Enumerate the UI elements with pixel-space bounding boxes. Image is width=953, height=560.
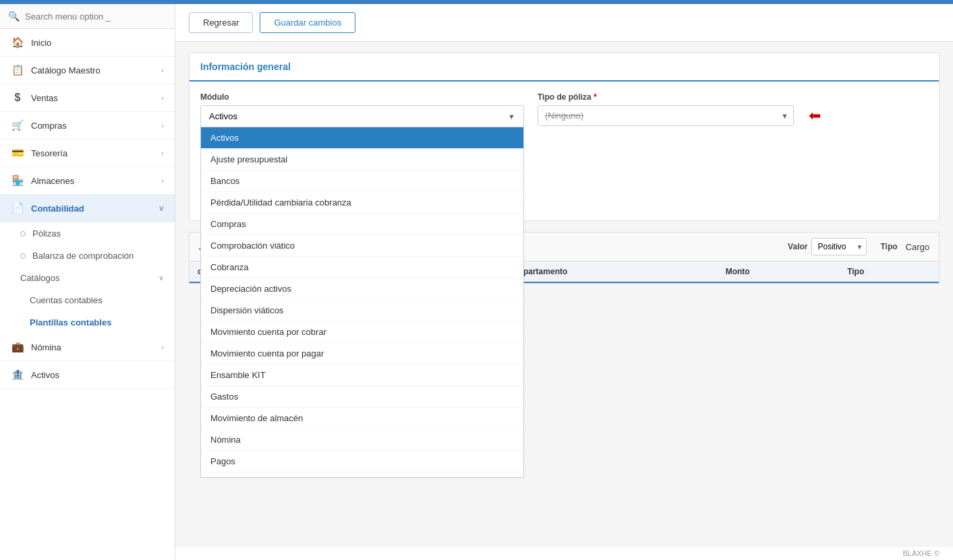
- section-body: Módulo Activos ▼ Activos Ajuste presupue…: [190, 82, 939, 220]
- dropdown-item-gastos[interactable]: Gastos: [201, 386, 523, 408]
- dropdown-item-mov-cobrar[interactable]: Movimiento cuenta por cobrar: [201, 321, 523, 343]
- valor-select-wrap: Positivo Negativo ▼: [811, 238, 867, 255]
- sidebar-item-activos[interactable]: 🏦 Activos: [0, 361, 175, 389]
- modulo-dropdown-container: Activos ▼ Activos Ajuste presupuestal Ba…: [200, 105, 524, 127]
- sidebar-item-inicio[interactable]: 🏠 Inicio: [0, 29, 175, 57]
- sidebar-item-label: Inicio: [31, 38, 164, 48]
- tipo-poliza-row: (Ninguno) ▼ ⬅: [538, 105, 848, 126]
- tipo-label: Tipo: [880, 242, 897, 251]
- dropdown-item-activos[interactable]: Activos: [201, 127, 523, 149]
- section-title: Información general: [190, 53, 939, 82]
- sidebar-item-compras[interactable]: 🛒 Compras ›: [0, 112, 175, 139]
- sidebar: 🔍 🏠 Inicio 📋 Catálogo Maestro › $ Ventas…: [0, 4, 175, 560]
- dropdown-item-dispersion[interactable]: Dispersión viáticos: [201, 300, 523, 321]
- cart-icon: 🛒: [11, 119, 24, 131]
- catalog-icon: 📋: [11, 64, 24, 76]
- sidebar-item-balanza[interactable]: Balanza de comprobación: [0, 245, 175, 267]
- sidebar-subitem-label: Cuentas contables: [30, 295, 103, 305]
- valor-group: Valor Positivo Negativo ▼: [788, 238, 867, 255]
- dropdown-item-bancos[interactable]: Bancos: [201, 170, 523, 192]
- footer-text: BLAXHE ©: [902, 549, 940, 557]
- modulo-group: Módulo Activos ▼ Activos Ajuste presupue…: [200, 92, 524, 127]
- dropdown-item-pagos[interactable]: Pagos: [201, 451, 523, 472]
- dropdown-item-compras[interactable]: Compras: [201, 214, 523, 235]
- dropdown-item-mov-almacen[interactable]: Movimiento de almacén: [201, 408, 523, 429]
- sidebar-item-label: Catálogos: [20, 273, 158, 283]
- valor-label: Valor: [788, 242, 807, 251]
- ventas-icon: $: [11, 92, 24, 104]
- sidebar-item-contabilidad[interactable]: 📄 Contabilidad ∨: [0, 195, 175, 222]
- col-departamento: Departamento: [505, 261, 718, 282]
- dropdown-item-nomina[interactable]: Nómina: [201, 429, 523, 451]
- col-monto: Monto: [718, 261, 840, 282]
- dropdown-item-cobranza[interactable]: Cobranza: [201, 257, 523, 278]
- sidebar-item-plantillas-contables[interactable]: Plantillas contables: [0, 311, 175, 334]
- chevron-down-icon: ∨: [158, 274, 164, 282]
- sidebar-item-nomina[interactable]: 💼 Nómina ›: [0, 334, 175, 361]
- modulo-label: Módulo: [200, 92, 524, 102]
- modulo-dropdown-trigger[interactable]: Activos ▼: [200, 105, 524, 127]
- form-row-1: Módulo Activos ▼ Activos Ajuste presupue…: [200, 92, 928, 165]
- guardar-button[interactable]: Guardar cambios: [260, 12, 355, 33]
- dropdown-item-ajuste[interactable]: Ajuste presupuestal: [201, 149, 523, 170]
- home-icon: 🏠: [11, 36, 24, 49]
- bullet-icon: [20, 231, 26, 237]
- chevron-right-icon: ›: [161, 66, 164, 74]
- dropdown-item-perdida-cobranza[interactable]: Pérdida/Utilidad cambiaria cobranza: [201, 192, 523, 214]
- sidebar-subitem-label: Balanza de comprobación: [32, 251, 134, 261]
- main-content: Regresar Guardar cambios Información gen…: [175, 4, 953, 560]
- sidebar-item-ventas[interactable]: $ Ventas ›: [0, 84, 175, 112]
- sidebar-item-label: Tesorería: [31, 148, 161, 158]
- sidebar-item-label: Catálogo Maestro: [31, 65, 161, 75]
- info-section: Información general Módulo Activos ▼: [189, 53, 940, 221]
- tipo-poliza-group: Tipo de póliza * (Ninguno) ▼ ⬅: [538, 92, 848, 126]
- sidebar-item-almacenes[interactable]: 🏪 Almacenes ›: [0, 167, 175, 195]
- col-tipo: Tipo: [839, 261, 939, 282]
- required-indicator: *: [594, 92, 597, 102]
- chevron-right-icon: ›: [161, 94, 164, 102]
- chevron-right-icon: ›: [161, 149, 164, 157]
- sidebar-item-label: Almacenes: [31, 176, 161, 186]
- sidebar-item-cuentas-contables[interactable]: Cuentas contables: [0, 289, 175, 311]
- chevron-right-icon: ›: [161, 177, 164, 185]
- sidebar-item-label: Compras: [31, 121, 161, 131]
- toolbar: Regresar Guardar cambios: [175, 4, 953, 42]
- bullet-icon: [20, 253, 26, 259]
- chevron-right-icon: ›: [161, 121, 164, 129]
- dropdown-item-pago-empleado[interactable]: Pago empleado: [201, 472, 523, 478]
- dropdown-item-mov-pagar[interactable]: Movimiento cuenta por pagar: [201, 343, 523, 365]
- sidebar-subitem-label: Plantillas contables: [30, 317, 111, 328]
- tesoreria-icon: 💳: [11, 147, 24, 159]
- contabilidad-icon: 📄: [11, 202, 24, 214]
- nomina-icon: 💼: [11, 341, 24, 353]
- footer: BLAXHE ©: [175, 546, 953, 560]
- chevron-right-icon: ›: [161, 343, 164, 351]
- sidebar-item-catalogos[interactable]: Catálogos ∨: [0, 267, 175, 289]
- modulo-dropdown-list[interactable]: Activos Ajuste presupuestal Bancos Pérdi…: [200, 127, 524, 478]
- chevron-down-icon: ▼: [508, 113, 515, 121]
- dropdown-item-depreciacion[interactable]: Depreciación activos: [201, 278, 523, 300]
- tipo-value: Cargo: [906, 242, 929, 252]
- regresar-button[interactable]: Regresar: [189, 12, 253, 33]
- search-input[interactable]: [25, 11, 167, 22]
- chevron-down-icon: ∨: [158, 204, 164, 213]
- almacenes-icon: 🏪: [11, 175, 24, 187]
- sidebar-item-label: Ventas: [31, 93, 161, 103]
- sidebar-item-catalogo-maestro[interactable]: 📋 Catálogo Maestro ›: [0, 57, 175, 84]
- tipo-poliza-select[interactable]: (Ninguno): [538, 105, 794, 126]
- sidebar-item-label: Activos: [31, 370, 164, 380]
- search-box[interactable]: 🔍: [0, 4, 175, 29]
- dropdown-item-ensamble[interactable]: Ensamble KIT: [201, 365, 523, 386]
- valor-select[interactable]: Positivo Negativo: [811, 238, 867, 255]
- sidebar-item-polizas[interactable]: Pólizas: [0, 222, 175, 245]
- activos-icon: 🏦: [11, 369, 24, 381]
- dropdown-item-comprobacion-viatico[interactable]: Comprobación viático: [201, 235, 523, 257]
- red-arrow-indicator: ⬅: [809, 107, 821, 125]
- search-icon: 🔍: [8, 11, 20, 22]
- sidebar-subitem-label: Pólizas: [32, 228, 61, 239]
- sidebar-item-tesoreria[interactable]: 💳 Tesorería ›: [0, 139, 175, 167]
- tipo-poliza-select-wrapper: (Ninguno) ▼: [538, 105, 794, 126]
- modulo-selected-value: Activos: [209, 111, 237, 121]
- tipo-poliza-label: Tipo de póliza *: [538, 92, 848, 102]
- tipo-group: Tipo Cargo: [880, 242, 929, 252]
